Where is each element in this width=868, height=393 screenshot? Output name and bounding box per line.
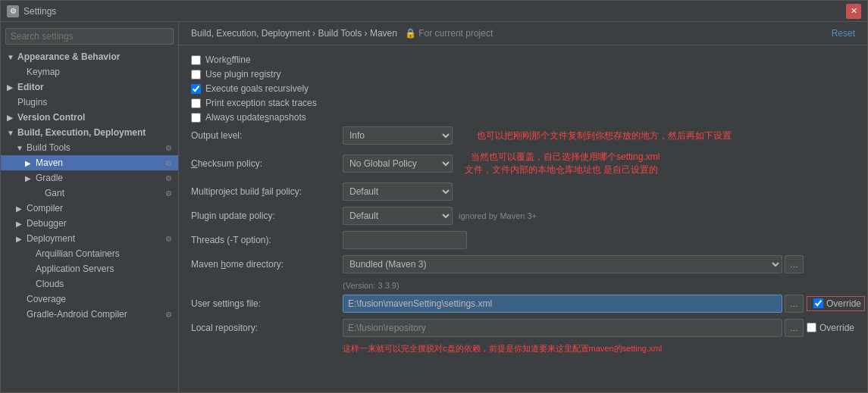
- maven-home-label: Maven home directory:: [191, 259, 343, 270]
- sidebar-item-clouds[interactable]: Clouds: [1, 276, 178, 292]
- sidebar-item-label: Compiler: [27, 203, 172, 214]
- local-repo-input[interactable]: [343, 319, 782, 337]
- local-repo-control: … Override: [343, 319, 854, 337]
- maven-home-select[interactable]: Bundled (Maven 3): [343, 255, 782, 273]
- sidebar-item-label: Plugins: [17, 97, 172, 108]
- arrow-icon: ▼: [16, 144, 25, 152]
- multiproject-build-control: Default Fail at End Never Fail: [343, 182, 453, 201]
- checkboxes-group: Work offline Use plugin registry Execute…: [191, 55, 855, 123]
- sidebar-item-plugins[interactable]: Plugins: [1, 95, 178, 110]
- sidebar-item-editor[interactable]: ▶ Editor: [1, 80, 178, 95]
- plugin-update-control: Default Force Never: [343, 207, 453, 225]
- output-level-select[interactable]: Info Debug Warning Error: [343, 126, 453, 145]
- sidebar-item-debugger[interactable]: ▶ Debugger: [1, 216, 178, 231]
- always-update-checkbox[interactable]: Always update snapshots: [191, 112, 855, 123]
- arrow-icon: ▶: [16, 204, 25, 213]
- output-level-control: Info Debug Warning Error: [343, 126, 453, 145]
- work-offline-checkbox[interactable]: Work offline: [191, 55, 855, 65]
- reset-button[interactable]: Reset: [832, 28, 855, 39]
- threads-input[interactable]: [343, 231, 467, 249]
- local-repo-override-input[interactable]: [807, 323, 816, 332]
- user-settings-row: User settings file: … Override: [191, 295, 855, 313]
- sidebar-item-arquillian[interactable]: Arquillian Containers: [1, 246, 178, 261]
- maven-home-row: Maven home directory: Bundled (Maven 3) …: [191, 255, 855, 273]
- annotation-1: 也可以把刚刚那个文件复制到你想存放的地方，然后再如下设置: [465, 129, 732, 142]
- arrow-icon: ▼: [7, 129, 16, 137]
- sidebar-item-build-execution[interactable]: ▼ Build, Execution, Deployment: [1, 125, 178, 140]
- output-level-label: Output level:: [191, 130, 343, 141]
- user-settings-override-checkbox[interactable]: Override: [813, 298, 861, 309]
- user-settings-control: … Override: [343, 295, 865, 313]
- settings-icon: ⚙: [165, 235, 172, 243]
- print-exception-checkbox[interactable]: Print exception stack traces: [191, 98, 855, 108]
- sidebar-item-label: Keymap: [27, 67, 172, 77]
- sidebar-item-label: Arquillian Containers: [36, 248, 172, 259]
- sidebar-item-appearance-behavior[interactable]: ▼ Appearance & Behavior: [1, 49, 178, 64]
- sidebar-item-label: Build Tools: [27, 142, 165, 153]
- close-button[interactable]: ✕: [846, 4, 861, 19]
- breadcrumb: Build, Execution, Deployment › Build Too…: [191, 28, 493, 39]
- sidebar-item-gradle[interactable]: ▶ Gradle ⚙: [1, 170, 178, 186]
- always-update-input[interactable]: [191, 113, 201, 123]
- user-settings-browse-button[interactable]: …: [785, 295, 804, 313]
- sidebar-item-label: Build, Execution, Deployment: [17, 127, 172, 138]
- sidebar-item-label: Gant: [45, 188, 165, 198]
- annotation-text-2: 当然也可以覆盖，自己选择使用哪个setting.xml 文件，文件内部的本地仓库…: [465, 151, 660, 175]
- settings-icon: ⚙: [165, 144, 172, 152]
- arrow-icon: ▼: [7, 53, 16, 61]
- sidebar-item-label: Maven: [36, 158, 165, 168]
- sidebar-item-gradle-android[interactable]: Gradle-Android Compiler ⚙: [1, 307, 178, 322]
- local-repo-browse-button[interactable]: …: [785, 319, 804, 337]
- search-input[interactable]: [5, 28, 174, 45]
- sidebar-item-gant[interactable]: Gant ⚙: [1, 186, 178, 201]
- execute-goals-input[interactable]: [191, 84, 201, 94]
- settings-form: Work offline Use plugin registry Execute…: [179, 45, 867, 363]
- arrow-icon: ▶: [25, 174, 34, 182]
- local-repo-override-checkbox[interactable]: Override: [807, 323, 854, 333]
- user-settings-label: User settings file:: [191, 298, 343, 309]
- local-repo-row: Local repository: … Override: [191, 319, 855, 337]
- sidebar-item-coverage[interactable]: Coverage: [1, 292, 178, 307]
- sidebar-item-keymap[interactable]: Keymap: [1, 64, 178, 80]
- use-plugin-registry-checkbox[interactable]: Use plugin registry: [191, 69, 855, 80]
- title-bar: ⚙ Settings ✕: [1, 1, 867, 22]
- print-exception-input[interactable]: [191, 98, 201, 108]
- maven-home-browse-button[interactable]: …: [785, 255, 804, 273]
- ignored-label: ignored by Maven 3+: [459, 211, 537, 220]
- multiproject-build-select[interactable]: Default Fail at End Never Fail: [343, 182, 453, 201]
- sidebar-item-label: Debugger: [27, 218, 172, 229]
- sidebar-item-version-control[interactable]: ▶ Version Control: [1, 110, 178, 125]
- execute-goals-checkbox[interactable]: Execute goals recursively: [191, 83, 855, 94]
- maven-home-control: Bundled (Maven 3) …: [343, 255, 804, 273]
- arrow-icon: ▶: [7, 83, 16, 92]
- sidebar-item-label: Gradle-Android Compiler: [27, 309, 165, 320]
- checksum-policy-row: Checksum policy: No Global Policy Strict…: [191, 151, 855, 176]
- plugin-update-label: Plugin update policy:: [191, 211, 343, 221]
- arrow-icon: ▶: [25, 159, 34, 167]
- annotation-text-1: 也可以把刚刚那个文件复制到你想存放的地方，然后再如下设置: [477, 130, 732, 141]
- sidebar-item-deployment[interactable]: ▶ Deployment ⚙: [1, 231, 178, 246]
- user-settings-override-input[interactable]: [813, 298, 823, 308]
- sidebar-item-maven[interactable]: ▶ Maven ⚙: [1, 155, 178, 170]
- plugin-update-select[interactable]: Default Force Never: [343, 207, 453, 225]
- app-icon: ⚙: [7, 5, 19, 17]
- sidebar-item-label: Clouds: [36, 279, 172, 289]
- sidebar-item-compiler[interactable]: ▶ Compiler: [1, 201, 178, 216]
- settings-window: ⚙ Settings ✕ ▼ Appearance & Behavior Key…: [0, 0, 868, 393]
- use-plugin-registry-input[interactable]: [191, 70, 201, 80]
- sidebar-item-application-servers[interactable]: Application Servers: [1, 261, 178, 276]
- settings-icon: ⚙: [165, 310, 172, 319]
- settings-icon: ⚙: [165, 159, 172, 167]
- local-repo-label: Local repository:: [191, 323, 343, 333]
- user-settings-input[interactable]: [343, 295, 782, 313]
- sidebar-item-build-tools[interactable]: ▼ Build Tools ⚙: [1, 140, 178, 155]
- main-content: ▼ Appearance & Behavior Keymap ▶ Editor …: [1, 22, 867, 392]
- annotation-2: 当然也可以覆盖，自己选择使用哪个setting.xml 文件，文件内部的本地仓库…: [465, 151, 660, 176]
- checksum-policy-select[interactable]: No Global Policy Strict Warn: [343, 154, 453, 173]
- arrow-icon: ▶: [7, 114, 16, 122]
- annotation-bottom: 这样一来就可以完全摆脱对c盘的依赖，前提是你知道要来这里配置maven的sett…: [191, 343, 855, 354]
- arrow-icon: ▶: [16, 220, 25, 228]
- right-panel: Build, Execution, Deployment › Build Too…: [179, 22, 867, 392]
- version-label: (Version: 3.3.9): [343, 281, 400, 290]
- work-offline-input[interactable]: [191, 55, 201, 65]
